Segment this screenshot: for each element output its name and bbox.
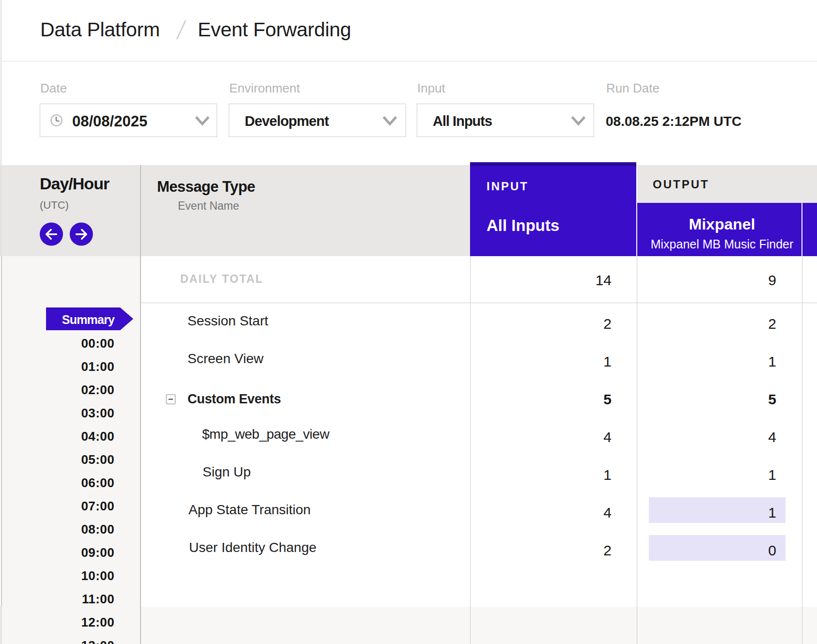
svg-text:Summary: Summary xyxy=(62,313,115,326)
